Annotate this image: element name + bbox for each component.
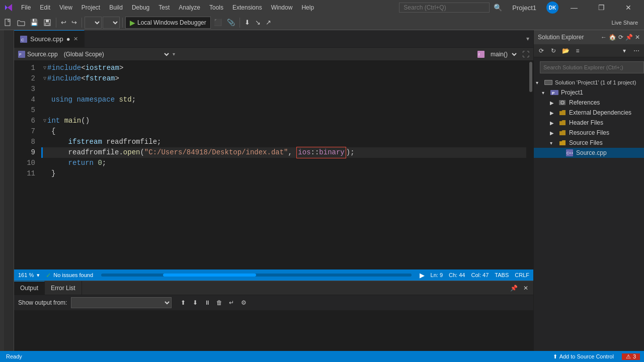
se-view-all-files-button[interactable]: 📂 [560, 45, 571, 56]
line-num-8: 8 [14, 137, 35, 147]
menu-extensions[interactable]: Extensions [228, 2, 266, 13]
attach-button[interactable]: 📎 [225, 17, 237, 29]
live-share-label[interactable]: Live Share [611, 20, 638, 26]
menu-analyze[interactable]: Analyze [175, 2, 204, 13]
menu-project[interactable]: Project [77, 2, 104, 13]
se-project-node[interactable]: ▾ P Project1 [534, 87, 644, 98]
tab-close-button[interactable]: ✕ [73, 36, 78, 42]
menu-window[interactable]: Window [267, 2, 297, 13]
se-more-button[interactable]: ⋯ [631, 45, 642, 56]
zoom-indicator[interactable]: 161 % ▾ [18, 272, 40, 279]
svg-text:P: P [19, 53, 22, 56]
se-filter-button[interactable]: ▾ [619, 45, 630, 56]
breakpoint-toggle-button[interactable]: ⬛ [212, 17, 224, 29]
tab-error-list[interactable]: Error List [45, 281, 82, 295]
run-button[interactable]: ▶ Local Windows Debugger [125, 17, 211, 29]
toolbar-separator-3 [122, 18, 123, 28]
open-file-button[interactable] [15, 17, 27, 29]
se-pin-button[interactable]: 📌 [625, 34, 633, 41]
code-editor[interactable]: 1 2 3 4 5 6 7 8 9 10 11 ▽ #include<i [14, 61, 533, 269]
vertical-scrollbar[interactable] [526, 61, 533, 269]
tab-source-cpp[interactable]: C Source.cpp ● ✕ [14, 30, 85, 47]
se-external-deps-node[interactable]: ▶ External Dependencies [534, 108, 644, 118]
output-close-button[interactable]: ✕ [520, 283, 531, 294]
close-button[interactable]: ✕ [617, 0, 640, 15]
line8-indent [51, 137, 68, 147]
output-scroll-bottom-button[interactable]: ⬇ [190, 297, 201, 308]
code-content[interactable]: ▽ #include<iostream> ▽ #include<fstream>… [39, 61, 526, 269]
semicolon1: ; [132, 95, 136, 105]
se-refresh-button[interactable]: ↻ [548, 45, 559, 56]
se-references-node[interactable]: ▶ References [534, 98, 644, 108]
output-clear-button[interactable]: 🗑 [214, 297, 225, 308]
output-settings-button[interactable]: ⚙ [238, 297, 249, 308]
fold-icon-1[interactable]: ▽ [43, 63, 46, 73]
menu-view[interactable]: View [55, 2, 76, 13]
source-files-label: Source Files [569, 139, 603, 146]
space3 [60, 116, 64, 126]
output-pause-button[interactable]: ⏸ [202, 297, 213, 308]
output-wrap-button[interactable]: ↵ [226, 297, 237, 308]
error-icon: ⚠ [626, 353, 631, 360]
menu-debug[interactable]: Debug [128, 2, 153, 13]
output-scroll-top-button[interactable]: ⬆ [178, 297, 189, 308]
step-over-button[interactable]: ⬇ [243, 17, 252, 29]
scrollbar-thumb[interactable] [529, 62, 532, 92]
source-control-icon: ⬆ [553, 353, 557, 360]
toolbar-separator-4 [239, 18, 240, 28]
se-properties-button[interactable]: ≡ [572, 45, 583, 56]
se-source-cpp-node[interactable]: C++ Source.cpp [534, 148, 644, 158]
se-close-button[interactable]: ✕ [635, 34, 640, 41]
namespace-std: std [119, 95, 131, 105]
maximize-button[interactable]: ❐ [590, 0, 613, 15]
menu-tools[interactable]: Tools [205, 2, 227, 13]
fold-icon-2[interactable]: ▽ [43, 73, 46, 84]
title-search-input[interactable] [399, 3, 490, 13]
code-line-1: ▽ #include<iostream> [41, 63, 526, 73]
output-source-select[interactable] [71, 297, 172, 308]
function-select[interactable]: main() [487, 49, 518, 59]
save-all-button[interactable] [41, 17, 53, 29]
play-icon: ▶ [130, 19, 135, 27]
tab-list-button[interactable]: ▾ [522, 30, 533, 47]
new-file-button[interactable] [2, 17, 14, 29]
arch-select[interactable]: x86 [103, 17, 120, 29]
cpp-file-icon: C [20, 36, 27, 43]
status-error-count[interactable]: ⚠ 3 [622, 353, 640, 360]
se-sync-button[interactable]: ⟳ [618, 34, 623, 41]
se-sync-view-button[interactable]: ⟳ [536, 45, 547, 56]
se-back-button[interactable]: ← [601, 34, 607, 41]
menu-test[interactable]: Test [154, 2, 174, 13]
se-solution-node[interactable]: ▾ Solution 'Project1' (1 of 1 project) [534, 77, 644, 87]
se-source-files-node[interactable]: ▾ Source Files [534, 138, 644, 148]
save-button[interactable]: 💾 [28, 17, 40, 29]
redo-button[interactable]: ↪ [69, 17, 79, 29]
output-pin-button[interactable]: 📌 [508, 283, 519, 294]
step-into-button[interactable]: ↘ [253, 17, 263, 29]
scrollbar-mini[interactable] [101, 274, 412, 277]
status-add-source-control[interactable]: ⬆ Add to Source Control [551, 353, 616, 360]
issues-text: No issues found [53, 272, 93, 278]
undo-button[interactable]: ↩ [59, 17, 68, 29]
col-indicator: Col: 47 [471, 272, 489, 278]
minimize-button[interactable]: — [562, 0, 586, 15]
menu-file[interactable]: File [17, 2, 35, 13]
scroll-right-icon[interactable]: ▶ [420, 272, 425, 279]
debug-config-select[interactable]: Debug [85, 17, 102, 29]
toolbar-separator-2 [82, 18, 82, 28]
menu-build[interactable]: Build [105, 2, 127, 13]
nav-expand-icon[interactable]: ⛶ [522, 50, 529, 58]
se-resource-files-node[interactable]: ▶ Resource Files [534, 128, 644, 138]
fold-icon-6[interactable]: ▽ [43, 116, 46, 126]
solution-explorer-search[interactable] [540, 61, 644, 73]
svg-text:P: P [552, 91, 555, 96]
se-header-files-node[interactable]: ▶ Header Files [534, 118, 644, 128]
issues-indicator[interactable]: ✓ No issues found [46, 272, 93, 279]
user-avatar[interactable]: DK [546, 2, 558, 14]
tab-output[interactable]: Output [14, 281, 45, 295]
step-out-button[interactable]: ↗ [264, 17, 273, 29]
scope-select[interactable]: (Global Scope) [60, 49, 171, 59]
menu-help[interactable]: Help [297, 2, 318, 13]
menu-edit[interactable]: Edit [36, 2, 54, 13]
se-home-button[interactable]: 🏠 [609, 34, 616, 41]
